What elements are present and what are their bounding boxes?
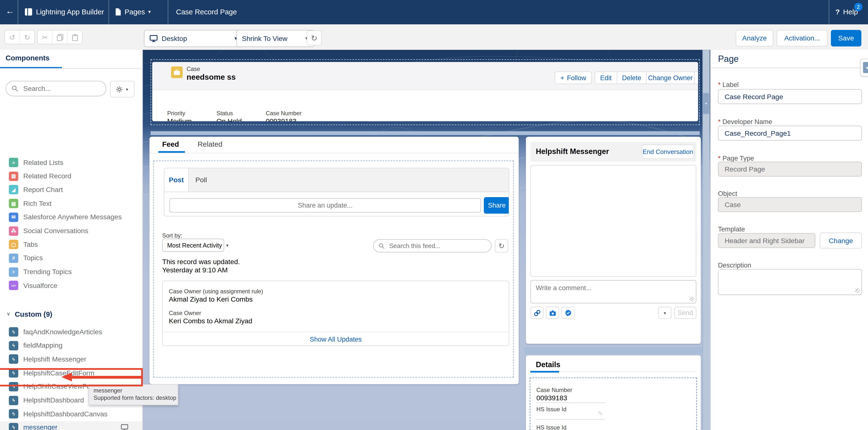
- components-tab[interactable]: Components: [6, 54, 50, 62]
- sidebar-item[interactable]: </>Visualforce: [0, 279, 142, 292]
- description-field[interactable]: [718, 269, 862, 295]
- custom-component-icon: ϟ: [9, 409, 18, 419]
- clipboard-group: ✂: [37, 30, 82, 44]
- comment-box[interactable]: [530, 280, 696, 303]
- sidebar-item[interactable]: ϟfieldMapping: [0, 339, 142, 352]
- sidebar-item[interactable]: ≡Trending Topics: [0, 266, 142, 278]
- paste-icon[interactable]: [67, 30, 82, 44]
- field-label: Priority: [167, 110, 185, 116]
- search-input[interactable]: [22, 84, 100, 93]
- sort-selector[interactable]: Most Recent Activity ▼: [162, 239, 224, 252]
- share-update-input[interactable]: [169, 198, 481, 212]
- divider: [536, 419, 605, 420]
- follow-button[interactable]: +Follow: [555, 71, 592, 84]
- share-button[interactable]: Share: [484, 197, 509, 214]
- change-value: Akmal Ziyad to Keri Combs: [169, 296, 253, 303]
- device-selector[interactable]: Desktop ▼: [144, 30, 244, 47]
- label-field-input[interactable]: [718, 89, 862, 104]
- quick-text-button[interactable]: [561, 307, 575, 319]
- copy-icon[interactable]: [53, 30, 67, 44]
- sidebar-item[interactable]: ϟHelpshiftDashboardCanvas: [0, 407, 142, 420]
- developer-name-input[interactable]: [718, 126, 862, 141]
- divider: [163, 332, 509, 332]
- send-options-caret[interactable]: ▼: [658, 307, 672, 319]
- collapse-panel-button[interactable]: ◂: [860, 59, 868, 76]
- details-component-region[interactable]: Case Number 00939183 HS Issue Id ✎ HS Is…: [530, 378, 697, 430]
- custom-component-icon: ϟ: [9, 382, 18, 391]
- sidebar-item[interactable]: ϟHelpshift Messenger: [0, 353, 142, 365]
- sidebar-item[interactable]: ▤Rich Text: [0, 197, 142, 210]
- messenger-card: Helpshift Messenger End Conversation: [526, 137, 701, 344]
- edit-pencil-icon[interactable]: ✎: [598, 410, 603, 418]
- feed-item-card: Case Owner (using assignment rule) Akmal…: [162, 281, 509, 346]
- save-button[interactable]: Save: [831, 30, 861, 47]
- sidebar-item[interactable]: ▥Related Record: [0, 170, 142, 182]
- sidebar-item[interactable]: ≡Related Lists: [0, 156, 142, 169]
- pages-caret-icon[interactable]: ▼: [147, 9, 152, 14]
- edit-button[interactable]: Edit: [595, 72, 617, 84]
- feed-search-input[interactable]: [388, 242, 486, 250]
- cut-icon[interactable]: ✂: [38, 30, 53, 44]
- current-page-name: Case Record Page: [176, 8, 237, 16]
- resize-handle[interactable]: [855, 288, 860, 293]
- comment-input[interactable]: [531, 281, 699, 303]
- topics-icon: #: [9, 253, 18, 263]
- component-search[interactable]: [6, 81, 106, 96]
- feed-search[interactable]: [373, 239, 492, 253]
- show-all-updates-link[interactable]: Show All Updates: [163, 335, 509, 343]
- sidebar-item[interactable]: #Topics: [0, 252, 142, 265]
- attach-link-button[interactable]: [530, 307, 544, 319]
- sidebar-item[interactable]: ▢Tabs: [0, 238, 142, 251]
- object-label: Object: [718, 190, 737, 197]
- feed-update-text: This record was updated.: [162, 258, 240, 266]
- end-conversation-button[interactable]: End Conversation: [642, 145, 694, 159]
- record-title: needsome ss: [187, 72, 236, 81]
- sidebar-item-messenger[interactable]: ϟ messenger: [0, 421, 142, 430]
- gear-icon: [116, 86, 123, 93]
- sidebar-item[interactable]: ⁂Social Conversations: [0, 224, 142, 237]
- tab-poll[interactable]: Poll: [195, 176, 207, 184]
- feed-refresh-button[interactable]: ↻: [495, 239, 508, 253]
- tooltip-body: Supported form factors: desktop: [94, 394, 173, 401]
- tab-related[interactable]: Related: [197, 140, 222, 148]
- attach-photo-button[interactable]: [546, 307, 559, 319]
- back-button[interactable]: ←: [6, 6, 14, 16]
- app-window: ← Lightning App Builder Pages ▼ Case Rec…: [0, 0, 868, 430]
- object-label: Case: [187, 65, 200, 72]
- tab-post[interactable]: Post: [164, 168, 189, 191]
- change-template-button[interactable]: Change: [820, 233, 862, 248]
- custom-section-header[interactable]: ∨ Custom (9): [0, 308, 142, 320]
- help-icon[interactable]: ?: [835, 8, 840, 16]
- publisher: Post Poll Share: [164, 168, 509, 217]
- tabs-icon: ▢: [9, 240, 18, 249]
- page-properties-panel: Page ◂ Label Developer Name Page Type Ob…: [710, 50, 868, 430]
- view-mode-selector[interactable]: Shrink To View ▼: [236, 30, 314, 47]
- tab-feed[interactable]: Feed: [162, 140, 179, 148]
- refresh-button[interactable]: ↻: [307, 30, 321, 45]
- analyze-button[interactable]: Analyze: [736, 30, 773, 47]
- sidebar-item[interactable]: ◢Report Chart: [0, 183, 142, 196]
- activation-button[interactable]: Activation...: [777, 30, 828, 47]
- more-actions-caret[interactable]: ▼: [695, 72, 698, 84]
- sidebar-item[interactable]: ✉Salesforce Anywhere Messages: [0, 211, 142, 223]
- delete-button[interactable]: Delete: [617, 72, 647, 84]
- settings-gear-button[interactable]: ▼: [110, 81, 134, 97]
- developer-name-label: Developer Name: [718, 118, 772, 126]
- canvas-scrollbar-thumb[interactable]: ◂: [703, 93, 709, 114]
- send-button[interactable]: Send: [674, 307, 696, 319]
- tab-details[interactable]: Details: [536, 360, 561, 369]
- custom-component-icon: ϟ: [9, 327, 18, 337]
- sidebar-item[interactable]: ϟHelpshiftCaseEditForm: [0, 366, 142, 379]
- sidebar-item[interactable]: ϟfaqAndKnowledgeArticles: [0, 326, 142, 338]
- related-lists-icon: ≡: [9, 158, 18, 167]
- pages-menu[interactable]: Pages: [124, 8, 145, 16]
- rich-text-icon: ▤: [9, 199, 18, 208]
- resize-handle[interactable]: [690, 297, 694, 301]
- description-input[interactable]: [718, 270, 856, 292]
- undo-button[interactable]: ↺: [5, 30, 20, 44]
- redo-button[interactable]: ↻: [20, 30, 34, 44]
- change-owner-button[interactable]: Change Owner: [647, 72, 695, 84]
- custom-component-icon: ϟ: [9, 368, 18, 378]
- field-value: 00939183: [266, 117, 297, 121]
- collapse-left-icon: ◂: [863, 62, 868, 73]
